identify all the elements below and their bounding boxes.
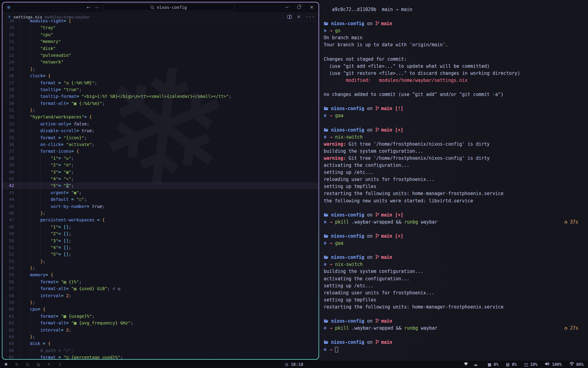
code-line[interactable]: 63 interval= 2; [2, 327, 318, 333]
code-token [20, 230, 51, 237]
code-line[interactable]: 37 format-icons= { [2, 148, 318, 155]
code-token: ; [71, 170, 74, 174]
code-token [20, 292, 40, 299]
command-duration: ◔ 27s [564, 325, 578, 332]
terminal-text: gaa [335, 240, 343, 246]
code-line-content: format-alt= "▦ {:%d/%m}"; [20, 100, 318, 107]
code-line[interactable]: 60 cpu= { [2, 306, 318, 312]
code-token: on-click [40, 142, 61, 147]
line-number: 36 [2, 141, 20, 148]
code-token: true [81, 128, 92, 133]
code-token [20, 72, 30, 79]
code-line[interactable]: 19 "tray" [2, 24, 318, 31]
code-token [20, 107, 30, 113]
terminal-text: activating the configuration... [324, 276, 409, 282]
terminal-text: (use "git restore <file>..." to discard … [324, 71, 520, 76]
terminal-text: nix-switch [335, 262, 363, 267]
code-line[interactable]: 47 persistent-workspaces = { [2, 217, 318, 223]
code-line[interactable]: 22 "disk" [2, 45, 318, 52]
nav-forward-button[interactable]: → [95, 5, 99, 10]
terminal-text: .waybar-wrapped && [349, 325, 404, 331]
code-line[interactable]: 62 format-alt= "▩ {avg_frequency} GHz"; [2, 320, 318, 326]
terminal-line: nixos-config on main [!] [324, 105, 582, 112]
code-line[interactable]: 35 format = "{icon}"; [2, 134, 318, 141]
terminal-line: ❄→ gs [324, 27, 582, 34]
code-line[interactable]: 54 }; [2, 265, 318, 271]
window-maximize-button[interactable] [297, 6, 300, 9]
code-line[interactable]: 20 "cpu" [2, 31, 318, 38]
code-line[interactable]: 40 "3"= "◍"; [2, 169, 318, 175]
window-minimize-button[interactable]: ─ [285, 5, 288, 10]
terminal-line: activating the configuration... [324, 162, 582, 169]
code-line[interactable]: 65 disk = { [2, 340, 318, 347]
line-number: 22 [2, 45, 20, 52]
code-line[interactable]: 55 memory= { [2, 271, 318, 278]
code-line[interactable]: 28 tooltip= "true"; [2, 86, 318, 93]
code-line[interactable]: 36 on-click= "activate"; [2, 141, 318, 148]
code-token: "◉" [71, 190, 79, 195]
code-line-content: tooltip-format= "<big>{:%Y %B}</big>\n<t… [20, 93, 318, 100]
code-line[interactable]: 51 "4"= []; [2, 244, 318, 251]
code-editor[interactable]: 18 modules-right= [19 "tray"20 "cpu"21 "… [2, 17, 318, 359]
code-line[interactable]: 50 "3"= []; [2, 237, 318, 244]
clock-icon: ◷ [285, 362, 288, 367]
code-line[interactable]: 30 format-alt= "▦ {:%d/%m}"; [2, 100, 318, 107]
code-line[interactable]: 48 "1"= []; [2, 224, 318, 230]
line-number: 20 [2, 31, 20, 38]
code-line[interactable]: 27 format = "◷ {:%H:%M}"; [2, 79, 318, 86]
code-token: "tray" [40, 25, 56, 30]
code-line[interactable]: 56 format= "▤ {}%"; [2, 278, 318, 285]
code-line-content: cpu= { [20, 306, 318, 312]
code-line[interactable]: 57 format-alt= "▤ {used} GiB"; # ▦ [2, 285, 318, 292]
terminal-line: building the system configuration... [324, 268, 582, 275]
line-number: 43 [2, 189, 20, 196]
code-line[interactable]: 66 # path = "/"; [2, 347, 318, 354]
terminal-line [324, 98, 582, 105]
code-line[interactable]: 34 disable-scroll= true; [2, 127, 318, 134]
code-line[interactable]: 44 default = "○"; [2, 196, 318, 203]
terminal-text: nixos-config [331, 318, 364, 324]
code-line[interactable]: 49 "2"= []; [2, 230, 318, 237]
code-token: } [30, 108, 32, 113]
code-line[interactable]: 33 active-only= false; [2, 121, 318, 127]
code-line[interactable]: 46 }; [2, 210, 318, 217]
code-line-content: }; [20, 107, 318, 113]
code-line[interactable]: 32 "hyprland/workspaces"= { [2, 113, 318, 120]
code-line[interactable]: 38 "1"= "↻"; [2, 155, 318, 162]
code-line[interactable]: 39 "2"= "⊡"; [2, 162, 318, 168]
terminal-text: setting up /etc... [324, 170, 374, 175]
code-line[interactable]: 26 clock= { [2, 72, 318, 79]
code-line[interactable]: 24 "network" [2, 59, 318, 65]
window-close-button[interactable]: ✕ [310, 5, 314, 10]
code-line[interactable]: 43 urgent= "◉"; [2, 189, 318, 196]
code-line[interactable]: 58 interval= 2; [2, 292, 318, 299]
code-line[interactable]: 53 }; [2, 258, 318, 265]
code-line[interactable]: 42 "5"= "♫"; [2, 182, 318, 189]
code-line[interactable]: 61 format= "▩ {usage}%"; [2, 313, 318, 320]
code-line[interactable]: 21 "memory" [2, 38, 318, 45]
code-line[interactable]: 59 }; [2, 299, 318, 306]
code-line[interactable]: 67 format = "◫ {percentage_used}%"; [2, 354, 318, 359]
nav-back-button[interactable]: ← [86, 5, 90, 10]
code-line[interactable]: 52 "5"= []; [2, 251, 318, 258]
code-line[interactable]: 25 ]; [2, 66, 318, 72]
code-line[interactable]: 64 }; [2, 333, 318, 340]
code-line[interactable]: 18 modules-right= [ [2, 17, 318, 24]
code-token: { [48, 341, 51, 346]
terminal-text: Git tree '/home/frostphoenix/nixos-confi… [346, 141, 490, 147]
code-line[interactable]: 23 "pulseaudio" [2, 52, 318, 59]
code-line-content: "2"= "⊡"; [20, 162, 318, 168]
code-token: tooltip [40, 87, 58, 92]
terminal-line: ❄→ [324, 346, 582, 353]
line-number: 52 [2, 251, 20, 258]
project-search[interactable]: nixos-config [103, 4, 235, 11]
code-line[interactable]: 29 tooltip-format= "<big>{:%Y %B}</big>\… [2, 93, 318, 100]
code-line[interactable]: 45 sort-by-number= true; [2, 203, 318, 210]
code-token [20, 347, 40, 354]
clock-module[interactable]: ◷ 18:18 [285, 362, 303, 367]
code-line[interactable]: 41 "4"= "✎"; [2, 175, 318, 182]
terminal-text: → [330, 240, 335, 246]
code-token: [] [63, 245, 69, 250]
code-line[interactable]: 31 }; [2, 107, 318, 113]
terminal-pane[interactable]: a9c0c72..d11029b main → mainnixos-config… [319, 0, 588, 361]
